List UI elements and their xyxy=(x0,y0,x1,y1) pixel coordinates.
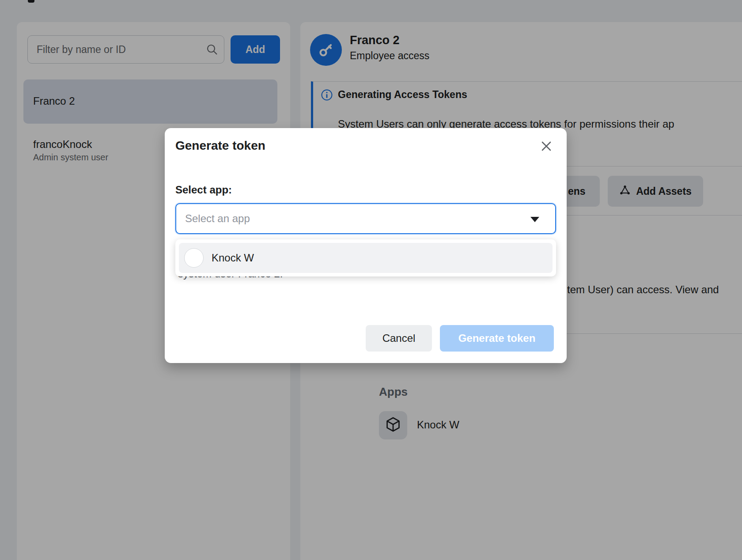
chevron-down-icon xyxy=(530,217,539,222)
close-icon[interactable] xyxy=(538,139,554,155)
app-options-list: Knock W xyxy=(175,239,556,276)
app-avatar xyxy=(184,248,204,268)
dropdown-placeholder: Select an app xyxy=(185,212,250,225)
generate-token-button[interactable]: Generate token xyxy=(440,325,554,352)
cancel-button[interactable]: Cancel xyxy=(366,325,432,352)
app-select-dropdown[interactable]: Select an app xyxy=(175,203,556,234)
page: Add Franco 2 francoKnock Admin system us… xyxy=(0,0,742,560)
select-app-label: Select app: xyxy=(175,184,232,196)
generate-token-dialog: Generate token Select app: Select an app… xyxy=(165,128,567,363)
app-option-knock-w[interactable]: Knock W xyxy=(179,243,553,273)
dialog-title: Generate token xyxy=(175,139,265,153)
app-option-label: Knock W xyxy=(212,252,254,264)
